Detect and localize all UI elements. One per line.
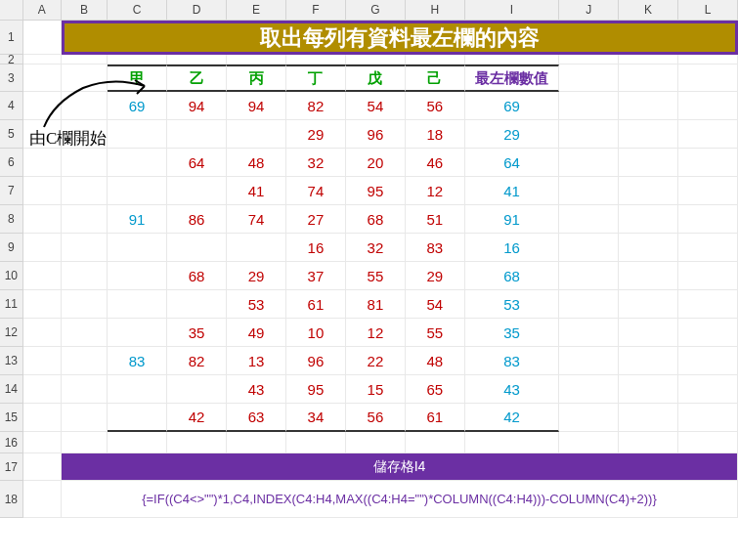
cell[interactable] <box>108 432 167 453</box>
col-header-G[interactable]: G <box>346 0 406 20</box>
table-header[interactable]: 戊 <box>346 65 406 92</box>
cell[interactable] <box>62 234 108 262</box>
data-cell[interactable]: 54 <box>346 92 406 120</box>
cell[interactable] <box>559 262 619 290</box>
cell[interactable] <box>62 404 108 432</box>
cell[interactable] <box>23 120 62 149</box>
cell[interactable] <box>559 432 619 453</box>
data-cell[interactable] <box>108 234 167 262</box>
table-header[interactable]: 乙 <box>167 65 227 92</box>
data-cell[interactable] <box>167 290 227 319</box>
data-cell[interactable] <box>167 234 227 262</box>
col-header-C[interactable]: C <box>108 0 167 20</box>
table-header[interactable]: 己 <box>406 65 465 92</box>
row-header-2[interactable]: 2 <box>0 55 23 65</box>
cell[interactable] <box>619 65 678 92</box>
cell[interactable] <box>23 453 62 481</box>
cell[interactable] <box>678 65 738 92</box>
data-cell[interactable]: 55 <box>406 319 465 347</box>
data-cell[interactable] <box>108 149 167 177</box>
cell[interactable] <box>619 92 678 120</box>
cell[interactable] <box>619 262 678 290</box>
cell[interactable] <box>23 55 62 65</box>
data-cell[interactable]: 51 <box>406 205 465 234</box>
result-cell[interactable]: 91 <box>465 205 559 234</box>
cell[interactable] <box>62 375 108 404</box>
cell[interactable] <box>286 432 346 453</box>
row-header-9[interactable]: 9 <box>0 234 23 262</box>
result-cell[interactable]: 29 <box>465 120 559 149</box>
data-cell[interactable]: 61 <box>406 404 465 432</box>
col-header-D[interactable]: D <box>167 0 227 20</box>
col-header-J[interactable]: J <box>559 0 619 20</box>
cell[interactable] <box>559 177 619 205</box>
cell[interactable] <box>62 432 108 453</box>
row-header-10[interactable]: 10 <box>0 262 23 290</box>
cell[interactable] <box>62 347 108 375</box>
row-header-1[interactable]: 1 <box>0 21 23 55</box>
data-cell[interactable]: 56 <box>406 92 465 120</box>
data-cell[interactable]: 74 <box>286 177 346 205</box>
data-cell[interactable]: 10 <box>286 319 346 347</box>
cell[interactable] <box>23 290 62 319</box>
row-header-17[interactable]: 17 <box>0 453 23 481</box>
cell[interactable] <box>559 205 619 234</box>
data-cell[interactable]: 91 <box>108 205 167 234</box>
cell[interactable] <box>678 177 738 205</box>
table-header[interactable]: 丙 <box>227 65 286 92</box>
data-cell[interactable]: 32 <box>286 149 346 177</box>
cell[interactable] <box>23 319 62 347</box>
cell[interactable] <box>678 262 738 290</box>
result-cell[interactable]: 42 <box>465 404 559 432</box>
data-cell[interactable]: 35 <box>167 319 227 347</box>
data-cell[interactable]: 43 <box>227 375 286 404</box>
data-cell[interactable]: 83 <box>406 234 465 262</box>
data-cell[interactable]: 37 <box>286 262 346 290</box>
data-cell[interactable]: 20 <box>346 149 406 177</box>
row-header-14[interactable]: 14 <box>0 375 23 404</box>
data-cell[interactable]: 54 <box>406 290 465 319</box>
cell[interactable] <box>619 177 678 205</box>
row-header-5[interactable]: 5 <box>0 120 23 149</box>
cell[interactable] <box>23 481 62 518</box>
cell[interactable] <box>678 319 738 347</box>
data-cell[interactable] <box>167 375 227 404</box>
cell[interactable] <box>23 177 62 205</box>
row-header-6[interactable]: 6 <box>0 149 23 177</box>
col-header-A[interactable]: A <box>23 0 62 20</box>
data-cell[interactable]: 65 <box>406 375 465 404</box>
data-cell[interactable]: 29 <box>406 262 465 290</box>
data-cell[interactable]: 94 <box>167 92 227 120</box>
data-cell[interactable]: 63 <box>227 404 286 432</box>
data-cell[interactable]: 82 <box>286 92 346 120</box>
cell[interactable] <box>62 177 108 205</box>
data-cell[interactable]: 27 <box>286 205 346 234</box>
cell[interactable] <box>678 347 738 375</box>
row-header-3[interactable]: 3 <box>0 65 23 92</box>
data-cell[interactable] <box>108 375 167 404</box>
cell[interactable] <box>62 319 108 347</box>
col-header-E[interactable]: E <box>227 0 286 20</box>
cell[interactable] <box>678 205 738 234</box>
data-cell[interactable] <box>167 177 227 205</box>
data-cell[interactable]: 96 <box>346 120 406 149</box>
data-cell[interactable] <box>108 404 167 432</box>
row-header-13[interactable]: 13 <box>0 347 23 375</box>
data-cell[interactable]: 49 <box>227 319 286 347</box>
data-cell[interactable]: 56 <box>346 404 406 432</box>
cell[interactable] <box>619 234 678 262</box>
data-cell[interactable]: 82 <box>167 347 227 375</box>
banner-cell[interactable]: 儲存格I4 <box>62 453 738 481</box>
cell[interactable] <box>62 65 108 92</box>
result-cell[interactable]: 35 <box>465 319 559 347</box>
cell[interactable] <box>559 375 619 404</box>
data-cell[interactable] <box>227 120 286 149</box>
data-cell[interactable]: 96 <box>286 347 346 375</box>
data-cell[interactable]: 68 <box>167 262 227 290</box>
data-cell[interactable]: 46 <box>406 149 465 177</box>
data-cell[interactable]: 64 <box>167 149 227 177</box>
result-cell[interactable]: 16 <box>465 234 559 262</box>
row-header-16[interactable]: 16 <box>0 432 23 453</box>
cell[interactable] <box>23 65 62 92</box>
row-header-15[interactable]: 15 <box>0 404 23 432</box>
